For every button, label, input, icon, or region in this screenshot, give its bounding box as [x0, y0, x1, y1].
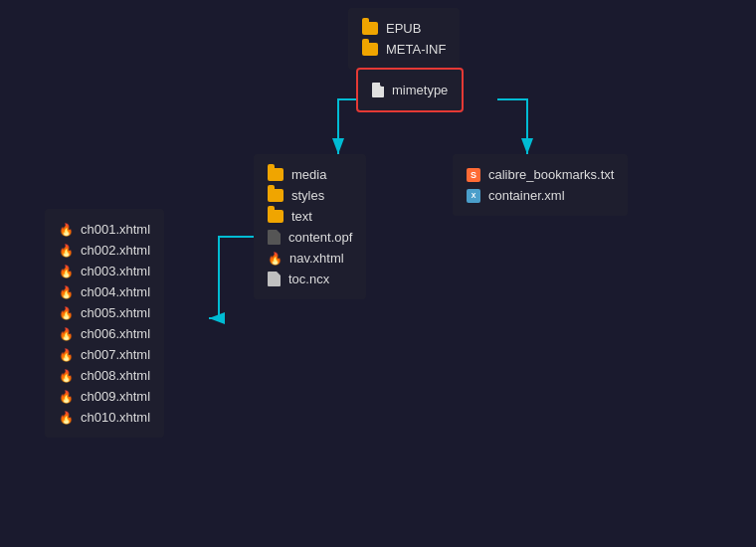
toc-ncx-item: toc.ncx [268, 269, 352, 289]
container-xml-label: container.xml [488, 188, 565, 203]
fire-icon-ch001: 🔥 [59, 223, 73, 237]
ch006-label: ch006.xhtml [81, 326, 150, 341]
list-item: 🔥 ch002.xhtml [59, 240, 150, 261]
arrow-text-to-chapters [209, 237, 254, 318]
file-icon-mimetype [372, 83, 384, 97]
calibre-bookmarks-label: calibre_bookmarks.txt [488, 167, 614, 182]
fire-icon-ch006: 🔥 [59, 327, 73, 341]
folder-icon-epub [362, 22, 378, 35]
list-item: 🔥 ch008.xhtml [59, 365, 150, 386]
panel-right-files: S calibre_bookmarks.txt X container.xml [453, 154, 628, 216]
ch010-label: ch010.xhtml [81, 410, 150, 425]
content-opf-label: content.opf [288, 230, 352, 245]
ch009-label: ch009.xhtml [81, 389, 150, 404]
metainf-folder-item: META-INF [362, 39, 446, 60]
list-item: 🔥 ch007.xhtml [59, 344, 150, 365]
epub-folder-label: EPUB [386, 21, 421, 36]
ch003-label: ch003.xhtml [81, 264, 150, 278]
fire-icon-ch008: 🔥 [59, 369, 73, 383]
fire-icon-ch004: 🔥 [59, 285, 73, 299]
list-item: 🔥 ch010.xhtml [59, 407, 150, 428]
fire-icon-ch007: 🔥 [59, 348, 73, 362]
folder-icon-media [268, 168, 284, 181]
styles-label: styles [291, 188, 324, 203]
container-xml-item: X container.xml [467, 185, 614, 206]
fire-icon-ch010: 🔥 [59, 411, 73, 425]
list-item: 🔥 ch005.xhtml [59, 302, 150, 323]
ch005-label: ch005.xhtml [81, 305, 150, 320]
styles-folder-item: styles [268, 185, 352, 206]
nav-xhtml-label: nav.xhtml [289, 251, 344, 266]
ch004-label: ch004.xhtml [81, 284, 150, 299]
ch002-label: ch002.xhtml [81, 243, 150, 258]
panel-mimetype: mimetype [356, 68, 464, 112]
metainf-folder-label: META-INF [386, 42, 446, 57]
fire-icon-ch002: 🔥 [59, 244, 73, 258]
fire-icon-nav: 🔥 [268, 252, 282, 266]
list-item: 🔥 ch001.xhtml [59, 219, 150, 240]
list-item: 🔥 ch006.xhtml [59, 323, 150, 344]
folder-icon-styles [268, 189, 284, 202]
media-label: media [291, 167, 326, 182]
calibre-bookmarks-item: S calibre_bookmarks.txt [467, 164, 614, 185]
mimetype-item: mimetype [372, 80, 448, 100]
mimetype-label: mimetype [392, 83, 448, 97]
text-folder-item[interactable]: text [268, 206, 352, 227]
opf-icon [268, 230, 281, 245]
arrow-mimetype-to-right [497, 99, 527, 154]
toc-ncx-label: toc.ncx [288, 272, 329, 286]
ch008-label: ch008.xhtml [81, 368, 150, 383]
ncx-icon [268, 272, 281, 286]
fire-icon-ch009: 🔥 [59, 390, 73, 404]
list-item: 🔥 ch009.xhtml [59, 386, 150, 407]
panel-chapters: 🔥 ch001.xhtml 🔥 ch002.xhtml 🔥 ch003.xhtm… [45, 209, 164, 438]
ch001-label: ch001.xhtml [81, 222, 150, 237]
panel-epub-contents: media styles text content.opf 🔥 nav.xhtm… [254, 154, 366, 299]
text-label: text [291, 209, 312, 224]
folder-icon-metainf [362, 43, 378, 56]
nav-xhtml-item: 🔥 nav.xhtml [268, 248, 352, 269]
media-folder-item: media [268, 164, 352, 185]
fire-icon-ch003: 🔥 [59, 265, 73, 278]
folder-icon-text [268, 210, 284, 223]
list-item: 🔥 ch003.xhtml [59, 261, 150, 281]
xml-icon: X [467, 189, 480, 203]
fire-icon-ch005: 🔥 [59, 306, 73, 320]
content-opf-item: content.opf [268, 227, 352, 248]
panel-top-folders: EPUB META-INF [348, 8, 460, 70]
ch007-label: ch007.xhtml [81, 347, 150, 362]
epub-folder-item: EPUB [362, 18, 446, 39]
sublime-icon: S [467, 168, 480, 182]
list-item: 🔥 ch004.xhtml [59, 281, 150, 302]
